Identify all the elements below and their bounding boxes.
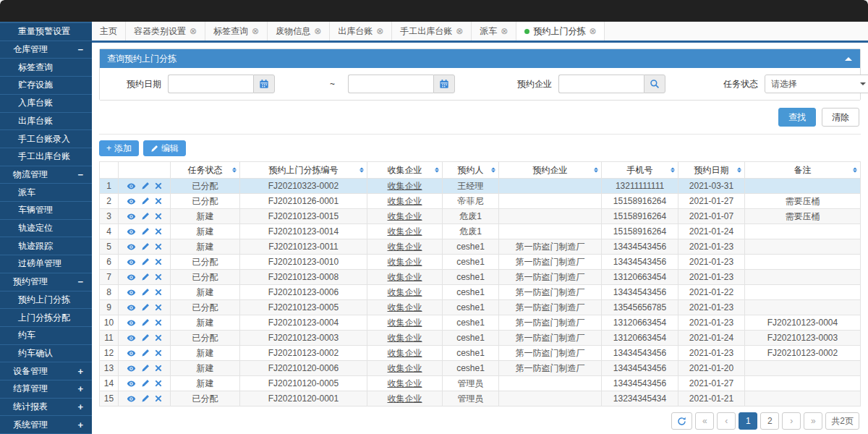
table-row[interactable]: 6已分配FJ20210123-0010收集企业ceshe1第一防盗门制造厂134… <box>100 255 861 270</box>
sidebar-item[interactable]: 系统管理+ <box>0 416 92 434</box>
sidebar-item[interactable]: 仓库管理− <box>0 41 92 59</box>
sort-icon[interactable] <box>594 166 598 175</box>
cell-collector[interactable]: 收集企业 <box>367 391 443 407</box>
edit-icon[interactable] <box>141 303 150 312</box>
delete-icon[interactable] <box>155 349 162 357</box>
tab-close-icon[interactable]: ⊗ <box>501 27 508 35</box>
cell-collector[interactable]: 收集企业 <box>367 376 443 391</box>
page-button[interactable]: 1 <box>739 412 757 430</box>
cell-collector[interactable]: 收集企业 <box>367 270 443 285</box>
delete-icon[interactable] <box>155 243 162 250</box>
sidebar-item[interactable]: 车辆管理 <box>0 202 92 220</box>
tab[interactable]: 出库台账⊗ <box>330 22 392 41</box>
view-icon[interactable] <box>127 227 136 237</box>
sidebar-item[interactable]: 入库台账 <box>0 95 92 113</box>
sidebar-item[interactable]: 派车 <box>0 184 92 202</box>
view-icon[interactable] <box>127 394 136 404</box>
date-to-input[interactable] <box>348 75 433 93</box>
cell-collector[interactable]: 收集企业 <box>367 209 443 224</box>
sidebar-item[interactable]: 物流管理− <box>0 166 92 184</box>
edit-icon[interactable] <box>141 394 150 403</box>
table-row[interactable]: 15已分配FJ20210120-0001收集企业管理员1323434543420… <box>100 391 861 407</box>
company-input[interactable] <box>558 75 644 93</box>
edit-icon[interactable] <box>141 349 150 357</box>
cell-collector[interactable]: 收集企业 <box>367 346 443 361</box>
tab[interactable]: 标签查询⊗ <box>205 22 268 41</box>
date-from-calendar-icon[interactable] <box>253 75 275 93</box>
delete-icon[interactable] <box>155 182 162 190</box>
tab-close-icon[interactable]: ⊗ <box>589 27 596 35</box>
sort-icon[interactable] <box>435 166 439 175</box>
view-icon[interactable] <box>127 242 136 252</box>
collapse-minus-icon[interactable]: − <box>77 44 83 55</box>
clear-button[interactable]: 清除 <box>822 108 859 127</box>
sort-icon[interactable] <box>671 166 675 175</box>
sidebar-item[interactable]: 结算管理+ <box>0 380 92 399</box>
delete-icon[interactable] <box>155 228 162 235</box>
status-select[interactable]: 请选择 <box>765 75 868 93</box>
table-row[interactable]: 7已分配FJ20210123-0008收集企业ceshe1第一防盗门制造厂131… <box>100 270 861 285</box>
tab-close-icon[interactable]: ⊗ <box>456 27 463 35</box>
edit-icon[interactable] <box>141 318 150 327</box>
tab-close-icon[interactable]: ⊗ <box>376 27 383 35</box>
tab-close-icon[interactable]: ⊗ <box>252 27 259 35</box>
table-row[interactable]: 3新建FJ20210123-0015收集企业危废1151589162642021… <box>100 209 861 224</box>
edit-button[interactable]: 编辑 <box>143 140 186 156</box>
tab-close-icon[interactable]: ⊗ <box>190 27 197 35</box>
tab[interactable]: 废物信息⊗ <box>268 22 330 41</box>
collapse-chevron-up-icon[interactable] <box>844 56 853 61</box>
cell-collector[interactable]: 收集企业 <box>367 194 443 209</box>
sidebar-item[interactable]: 手工台账录入 <box>0 130 92 148</box>
delete-icon[interactable] <box>155 289 162 296</box>
expand-plus-icon[interactable]: + <box>77 366 83 377</box>
refresh-icon[interactable] <box>671 412 692 430</box>
delete-icon[interactable] <box>155 334 162 341</box>
sidebar-item[interactable]: 设备管理+ <box>0 362 92 380</box>
delete-icon[interactable] <box>155 319 162 326</box>
view-icon[interactable] <box>127 273 136 282</box>
sidebar-item[interactable]: 出库台账 <box>0 113 92 131</box>
tab[interactable]: 派车⊗ <box>472 22 516 41</box>
delete-icon[interactable] <box>155 213 162 220</box>
table-row[interactable]: 9已分配FJ20210123-0005收集企业ceshe1第一防盗门制造厂135… <box>100 300 861 315</box>
edit-icon[interactable] <box>141 182 150 190</box>
cell-collector[interactable]: 收集企业 <box>367 361 443 376</box>
cell-collector[interactable]: 收集企业 <box>367 255 443 270</box>
cell-collector[interactable]: 收集企业 <box>367 331 443 346</box>
edit-icon[interactable] <box>141 212 150 221</box>
view-icon[interactable] <box>127 303 136 312</box>
expand-plus-icon[interactable]: + <box>77 383 83 394</box>
cell-collector[interactable]: 收集企业 <box>367 315 443 331</box>
sort-icon[interactable] <box>359 166 364 175</box>
delete-icon[interactable] <box>155 258 162 265</box>
view-icon[interactable] <box>127 182 136 191</box>
tab[interactable]: 手工出库台账⊗ <box>392 22 472 41</box>
edit-icon[interactable] <box>141 197 150 205</box>
view-icon[interactable] <box>127 349 136 358</box>
edit-icon[interactable] <box>141 364 150 373</box>
date-from-input[interactable] <box>168 75 253 93</box>
first-page-button[interactable]: « <box>695 412 714 430</box>
edit-icon[interactable] <box>141 333 150 342</box>
sidebar-item[interactable]: 过磅单管理 <box>0 255 92 273</box>
cell-collector[interactable]: 收集企业 <box>367 239 443 255</box>
table-row[interactable]: 8新建FJ20210123-0006收集企业ceshe1第一防盗门制造厂1343… <box>100 285 861 300</box>
view-icon[interactable] <box>127 333 136 343</box>
delete-icon[interactable] <box>155 197 162 205</box>
edit-icon[interactable] <box>141 258 150 266</box>
sort-icon[interactable] <box>737 166 741 175</box>
expand-plus-icon[interactable]: + <box>77 401 83 412</box>
sidebar-item[interactable]: 预约上门分拣 <box>0 292 92 310</box>
view-icon[interactable] <box>127 318 136 328</box>
prev-page-button[interactable]: ‹ <box>717 412 736 430</box>
sidebar-item[interactable]: 轨迹定位 <box>0 220 92 238</box>
next-page-button[interactable]: › <box>782 412 801 430</box>
sidebar-item[interactable]: 手工出库台账 <box>0 148 92 166</box>
table-row[interactable]: 10新建FJ20210123-0004收集企业ceshe1第一防盗门制造厂131… <box>100 315 861 331</box>
edit-icon[interactable] <box>141 227 150 236</box>
sidebar-item[interactable]: 约车确认 <box>0 345 92 363</box>
sidebar-item[interactable]: 预约管理− <box>0 273 92 292</box>
delete-icon[interactable] <box>155 365 162 372</box>
tab[interactable]: 预约上门分拣⊗ <box>516 22 605 41</box>
cell-collector[interactable]: 收集企业 <box>367 300 443 315</box>
